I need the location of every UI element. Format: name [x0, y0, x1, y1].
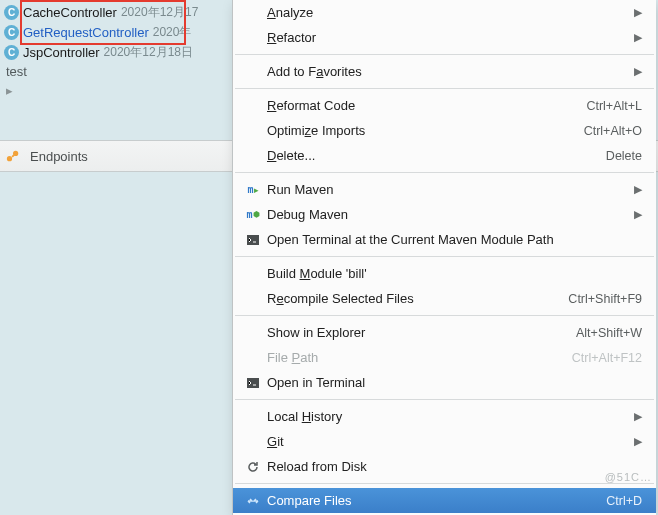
svg-point-0 [7, 156, 12, 161]
menu-reload-disk[interactable]: Reload from Disk [233, 454, 656, 479]
file-name: JspController [23, 45, 100, 60]
menu-build-module[interactable]: Build Module 'bill' [233, 261, 656, 286]
context-menu: Analyze▶ Refactor▶ Add to Favorites▶ Ref… [232, 0, 656, 515]
menu-separator [235, 256, 654, 257]
terminal-icon [243, 376, 263, 390]
svg-rect-2 [247, 235, 259, 245]
menu-separator [235, 54, 654, 55]
terminal-icon [243, 233, 263, 247]
maven-run-icon: m▸ [243, 184, 263, 195]
class-icon: C [4, 45, 19, 60]
svg-rect-3 [247, 378, 259, 388]
menu-reformat-code[interactable]: Reformat CodeCtrl+Alt+L [233, 93, 656, 118]
menu-optimize-imports[interactable]: Optimize ImportsCtrl+Alt+O [233, 118, 656, 143]
menu-refactor[interactable]: Refactor▶ [233, 25, 656, 50]
endpoints-label[interactable]: Endpoints [30, 149, 88, 164]
file-name: GetRequestController [23, 25, 149, 40]
file-date: 2020年 [153, 24, 192, 41]
menu-separator [235, 399, 654, 400]
endpoints-icon [6, 149, 20, 163]
menu-recompile[interactable]: Recompile Selected FilesCtrl+Shift+F9 [233, 286, 656, 311]
menu-show-explorer[interactable]: Show in ExplorerAlt+Shift+W [233, 320, 656, 345]
menu-delete[interactable]: Delete...Delete [233, 143, 656, 168]
file-name: CacheController [23, 5, 117, 20]
menu-separator [235, 315, 654, 316]
reload-icon [243, 460, 263, 474]
file-date: 2020年12月17 [121, 4, 198, 21]
menu-compare-files[interactable]: Compare FilesCtrl+D [233, 488, 656, 513]
menu-run-maven[interactable]: m▸ Run Maven▶ [233, 177, 656, 202]
menu-git[interactable]: Git▶ [233, 429, 656, 454]
menu-separator [235, 483, 654, 484]
menu-separator [235, 88, 654, 89]
compare-icon [243, 494, 263, 508]
maven-debug-icon: m⬢ [243, 209, 263, 220]
menu-analyze[interactable]: Analyze▶ [233, 0, 656, 25]
class-icon: C [4, 25, 19, 40]
menu-separator [235, 172, 654, 173]
class-icon: C [4, 5, 19, 20]
menu-local-history[interactable]: Local History▶ [233, 404, 656, 429]
menu-file-path: File PathCtrl+Alt+F12 [233, 345, 656, 370]
menu-add-favorites[interactable]: Add to Favorites▶ [233, 59, 656, 84]
file-date: 2020年12月18日 [104, 44, 193, 61]
menu-open-terminal[interactable]: Open in Terminal [233, 370, 656, 395]
menu-debug-maven[interactable]: m⬢ Debug Maven▶ [233, 202, 656, 227]
menu-open-terminal-maven[interactable]: Open Terminal at the Current Maven Modul… [233, 227, 656, 252]
